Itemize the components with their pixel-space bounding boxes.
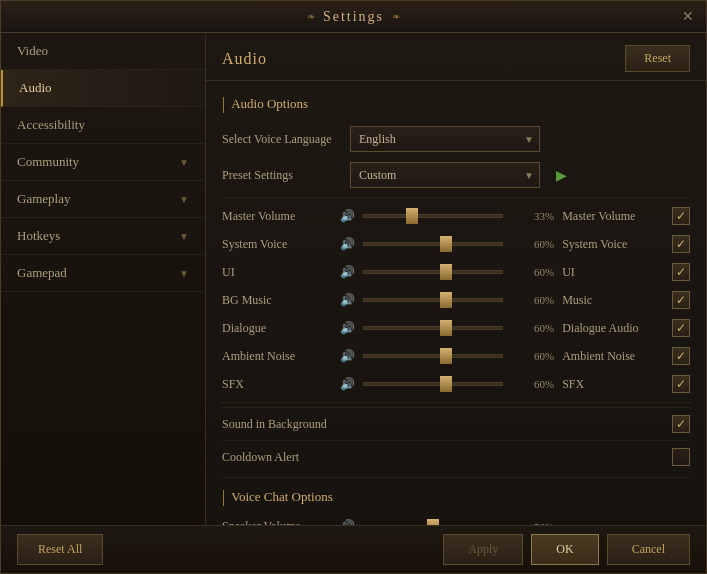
ambient-noise-row: Ambient Noise 🔊 60 % Ambient Noise — [222, 342, 690, 370]
ui-row: UI 🔊 60 % UI — [222, 258, 690, 286]
master-volume-row: Master Volume 🔊 33 % Master Volume — [222, 202, 690, 230]
dialogue-slider-container — [363, 326, 503, 330]
sidebar-label-audio: Audio — [19, 80, 52, 96]
ui-percent: 60 — [507, 266, 545, 278]
sidebar-item-video[interactable]: Video — [1, 33, 205, 70]
sfx-percent: 60 — [507, 378, 545, 390]
voice-language-select-wrapper: English French German Spanish ▼ — [350, 126, 540, 152]
arrow-hint-icon: ▶ — [556, 167, 567, 184]
sfx-checkbox[interactable] — [672, 375, 690, 393]
content-header: Audio Reset — [206, 33, 706, 81]
sfx-slider[interactable] — [363, 382, 503, 386]
master-volume-slider[interactable] — [363, 214, 503, 218]
speaker-icon: 🔊 — [337, 377, 357, 392]
master-volume-right-label: Master Volume — [562, 209, 662, 224]
reset-all-button[interactable]: Reset All — [17, 534, 103, 565]
voice-chat-options-header: Voice Chat Options — [222, 482, 690, 514]
sidebar-item-gameplay[interactable]: Gameplay ▼ — [1, 181, 205, 218]
ui-slider-container — [363, 270, 503, 274]
preset-settings-select[interactable]: Custom Default Low High — [350, 162, 540, 188]
content-area: Audio Reset Audio Options Select Voice L… — [206, 33, 706, 525]
footer-right: Apply OK Cancel — [443, 534, 690, 565]
ui-label: UI — [222, 265, 337, 280]
bg-music-checkbox[interactable] — [672, 291, 690, 309]
bg-music-slider[interactable] — [363, 298, 503, 302]
speaker-volume-percent-sign: % — [545, 521, 554, 526]
speaker-volume-label: Speaker Volume — [222, 519, 337, 525]
ambient-noise-percent-sign: % — [545, 350, 554, 362]
sidebar-label-gameplay: Gameplay — [17, 191, 70, 207]
sidebar-item-gamepad[interactable]: Gamepad ▼ — [1, 255, 205, 292]
apply-button[interactable]: Apply — [443, 534, 523, 565]
dialogue-checkbox[interactable] — [672, 319, 690, 337]
sfx-percent-sign: % — [545, 378, 554, 390]
ornament-right: ❧ — [392, 11, 400, 22]
dialogue-label: Dialogue — [222, 321, 337, 336]
chevron-down-icon: ▼ — [179, 194, 189, 205]
divider — [222, 402, 690, 403]
dialogue-slider[interactable] — [363, 326, 503, 330]
system-voice-slider[interactable] — [363, 242, 503, 246]
master-volume-percent-sign: % — [545, 210, 554, 222]
sidebar-item-community[interactable]: Community ▼ — [1, 144, 205, 181]
ok-button[interactable]: OK — [531, 534, 598, 565]
sfx-row: SFX 🔊 60 % SFX — [222, 370, 690, 398]
divider — [222, 197, 690, 198]
chevron-down-icon: ▼ — [179, 268, 189, 279]
voice-language-select[interactable]: English French German Spanish — [350, 126, 540, 152]
ui-slider[interactable] — [363, 270, 503, 274]
sfx-label: SFX — [222, 377, 337, 392]
speaker-icon: 🔊 — [337, 237, 357, 252]
sfx-right-label: SFX — [562, 377, 662, 392]
bg-music-percent-sign: % — [545, 294, 554, 306]
speaker-volume-slider[interactable] — [363, 525, 503, 526]
system-voice-percent-sign: % — [545, 238, 554, 250]
master-volume-checkbox[interactable] — [672, 207, 690, 225]
dialogue-percent-sign: % — [545, 322, 554, 334]
sidebar-label-gamepad: Gamepad — [17, 265, 67, 281]
sidebar: Video Audio Accessibility Community ▼ Ga… — [1, 33, 206, 525]
main-content: Video Audio Accessibility Community ▼ Ga… — [1, 33, 706, 525]
sound-in-background-checkbox[interactable] — [672, 415, 690, 433]
sidebar-item-hotkeys[interactable]: Hotkeys ▼ — [1, 218, 205, 255]
cooldown-alert-label: Cooldown Alert — [222, 450, 672, 465]
preset-settings-label: Preset Settings — [222, 168, 342, 183]
sound-in-background-label: Sound in Background — [222, 417, 672, 432]
sound-in-background-row: Sound in Background — [222, 407, 690, 440]
speaker-volume-percent: 50 — [507, 521, 545, 526]
master-volume-slider-container — [363, 214, 503, 218]
ambient-noise-slider-container — [363, 354, 503, 358]
close-button[interactable]: ✕ — [678, 7, 698, 27]
bg-music-label: BG Music — [222, 293, 337, 308]
speaker-icon: 🔊 — [337, 349, 357, 364]
sidebar-item-accessibility[interactable]: Accessibility — [1, 107, 205, 144]
ambient-noise-checkbox[interactable] — [672, 347, 690, 365]
audio-options-header: Audio Options — [222, 89, 690, 121]
speaker-volume-row: Speaker Volume 🔊 50 % — [222, 514, 690, 525]
master-volume-percent: 33 — [507, 210, 545, 222]
cooldown-alert-checkbox[interactable] — [672, 448, 690, 466]
scrollable-content[interactable]: Audio Options Select Voice Language Engl… — [206, 81, 706, 525]
reset-button[interactable]: Reset — [625, 45, 690, 72]
ambient-noise-percent: 60 — [507, 350, 545, 362]
preset-settings-select-wrapper: Custom Default Low High ▼ — [350, 162, 540, 188]
sidebar-item-audio[interactable]: Audio — [1, 70, 205, 107]
bg-music-percent: 60 — [507, 294, 545, 306]
chevron-down-icon: ▼ — [179, 157, 189, 168]
dialogue-percent: 60 — [507, 322, 545, 334]
ambient-noise-slider[interactable] — [363, 354, 503, 358]
system-voice-percent: 60 — [507, 238, 545, 250]
speaker-icon: 🔊 — [337, 519, 357, 525]
preset-settings-row: Preset Settings Custom Default Low High … — [222, 157, 690, 193]
ui-checkbox[interactable] — [672, 263, 690, 281]
sidebar-label-video: Video — [17, 43, 48, 59]
ambient-noise-label: Ambient Noise — [222, 349, 337, 364]
dialogue-right-label: Dialogue Audio — [562, 321, 662, 336]
system-voice-checkbox[interactable] — [672, 235, 690, 253]
footer-bar: Reset All Apply OK Cancel — [1, 525, 706, 573]
divider — [222, 477, 690, 478]
voice-language-label: Select Voice Language — [222, 132, 342, 147]
system-voice-row: System Voice 🔊 60 % System Voice — [222, 230, 690, 258]
cancel-button[interactable]: Cancel — [607, 534, 690, 565]
system-voice-label: System Voice — [222, 237, 337, 252]
